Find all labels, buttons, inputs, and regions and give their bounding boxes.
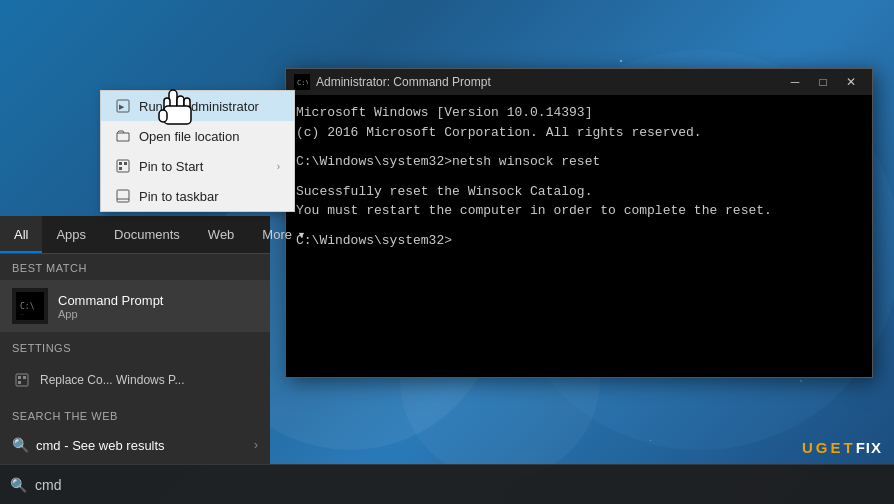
settings-item[interactable]: Replace Co... Windows P... bbox=[0, 364, 270, 396]
settings-label: Settings bbox=[0, 334, 270, 358]
pin-to-start-item[interactable]: Pin to Start › bbox=[101, 151, 294, 181]
tab-web[interactable]: Web bbox=[194, 216, 249, 253]
search-tabs: All Apps Documents Web More ▼ bbox=[0, 216, 270, 254]
pin-taskbar-label: Pin to taskbar bbox=[139, 189, 219, 204]
run-as-admin-item[interactable]: ▶ Run as administrator bbox=[101, 91, 294, 121]
pin-start-label: Pin to Start bbox=[139, 159, 203, 174]
web-search-section: 🔍 cmd - See web results › bbox=[0, 426, 270, 464]
cmd-window-icon: C:\ bbox=[294, 74, 310, 90]
web-search-arrow-icon: › bbox=[254, 438, 258, 452]
cmd-line-5 bbox=[296, 172, 862, 182]
taskbar-search-bar[interactable]: 🔍 cmd bbox=[0, 464, 894, 504]
cmd-line-4: C:\Windows\system32>netsh winsock reset bbox=[296, 152, 862, 172]
start-menu: All Apps Documents Web More ▼ Best match… bbox=[0, 216, 270, 464]
tab-documents[interactable]: Documents bbox=[100, 216, 194, 253]
svg-text:_: _ bbox=[20, 307, 24, 315]
chevron-down-icon: ▼ bbox=[297, 230, 306, 240]
cmd-body: Microsoft Windows [Version 10.0.14393] (… bbox=[286, 95, 872, 258]
open-file-label: Open file location bbox=[139, 129, 239, 144]
web-search-text: cmd - See web results bbox=[36, 438, 165, 453]
cmd-line-6: Sucessfully reset the Winsock Catalog. bbox=[296, 182, 862, 202]
submenu-arrow-icon: › bbox=[277, 161, 280, 172]
best-match-info: Command Prompt App bbox=[58, 293, 258, 320]
tab-apps[interactable]: Apps bbox=[42, 216, 100, 253]
svg-rect-7 bbox=[18, 381, 21, 384]
svg-text:C:\: C:\ bbox=[297, 79, 308, 87]
watermark-t: T bbox=[843, 439, 853, 456]
run-admin-icon: ▶ bbox=[115, 98, 131, 114]
open-file-icon bbox=[115, 128, 131, 144]
search-web-label: Search the web bbox=[0, 402, 270, 426]
close-button[interactable]: ✕ bbox=[838, 71, 864, 93]
web-search-suffix: - See web results bbox=[64, 438, 164, 453]
watermark-u: U bbox=[802, 439, 814, 456]
best-match-item[interactable]: C:\ _ Command Prompt App bbox=[0, 280, 270, 332]
cmd-line-9: C:\Windows\system32> bbox=[296, 231, 862, 251]
pin-start-icon bbox=[115, 158, 131, 174]
pin-taskbar-icon bbox=[115, 188, 131, 204]
minimize-button[interactable]: ─ bbox=[782, 71, 808, 93]
tab-more[interactable]: More ▼ bbox=[248, 216, 320, 253]
settings-icon bbox=[12, 370, 32, 390]
cmd-titlebar: C:\ Administrator: Command Prompt ─ □ ✕ bbox=[286, 69, 872, 95]
tab-all[interactable]: All bbox=[0, 216, 42, 253]
best-match-name: Command Prompt bbox=[58, 293, 258, 308]
svg-rect-12 bbox=[119, 162, 122, 165]
svg-rect-15 bbox=[117, 190, 129, 202]
watermark-e: E bbox=[830, 439, 841, 456]
cmd-controls: ─ □ ✕ bbox=[782, 71, 864, 93]
cmd-window[interactable]: C:\ Administrator: Command Prompt ─ □ ✕ … bbox=[285, 68, 873, 378]
svg-rect-5 bbox=[16, 374, 28, 386]
taskbar-search-text: cmd bbox=[35, 477, 61, 493]
maximize-button[interactable]: □ bbox=[810, 71, 836, 93]
cmd-line-1: Microsoft Windows [Version 10.0.14393] bbox=[296, 103, 862, 123]
settings-item-text: Replace Co... Windows P... bbox=[40, 373, 185, 387]
run-admin-label: Run as administrator bbox=[139, 99, 259, 114]
watermark-g: G bbox=[816, 439, 829, 456]
settings-section: Replace Co... Windows P... bbox=[0, 358, 270, 402]
cmd-line-2: (c) 2016 Microsoft Corporation. All righ… bbox=[296, 123, 862, 143]
open-file-location-item[interactable]: Open file location bbox=[101, 121, 294, 151]
cmd-line-3 bbox=[296, 142, 862, 152]
cmd-app-icon: C:\ _ bbox=[12, 288, 48, 324]
svg-rect-8 bbox=[23, 376, 26, 379]
best-match-type: App bbox=[58, 308, 258, 320]
web-search-query: cmd bbox=[36, 438, 61, 453]
taskbar-search-icon: 🔍 bbox=[10, 477, 27, 493]
cmd-line-7: You must restart the computer in order t… bbox=[296, 201, 862, 221]
cmd-line-8 bbox=[296, 221, 862, 231]
pin-to-taskbar-item[interactable]: Pin to taskbar bbox=[101, 181, 294, 211]
cmd-title: Administrator: Command Prompt bbox=[316, 75, 782, 89]
search-web-icon: 🔍 bbox=[12, 437, 28, 453]
best-match-label: Best match bbox=[0, 254, 270, 278]
svg-rect-11 bbox=[117, 160, 129, 172]
web-search-item[interactable]: 🔍 cmd - See web results › bbox=[0, 430, 270, 460]
svg-rect-14 bbox=[119, 167, 122, 170]
svg-rect-13 bbox=[124, 162, 127, 165]
svg-rect-6 bbox=[18, 376, 21, 379]
context-menu: ▶ Run as administrator Open file locatio… bbox=[100, 90, 295, 212]
watermark-fix: FIX bbox=[856, 439, 882, 456]
svg-text:▶: ▶ bbox=[119, 103, 125, 110]
watermark: U G E T FIX bbox=[802, 439, 882, 456]
